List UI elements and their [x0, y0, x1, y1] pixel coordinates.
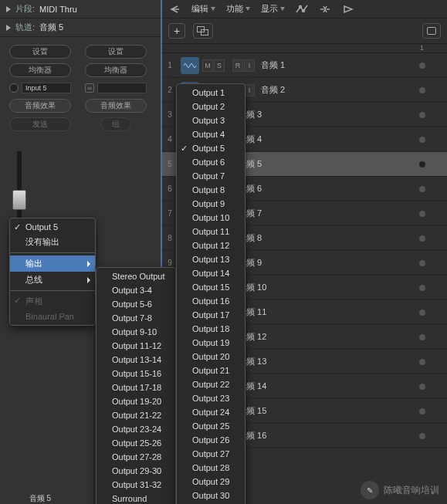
menu-item[interactable]: Output 7-8 — [97, 311, 175, 325]
track-name[interactable]: 音频 8 — [238, 232, 419, 244]
clip-header-row[interactable]: 片段: MIDI Thru — [0, 0, 161, 19]
back-arrow-icon[interactable] — [168, 4, 181, 15]
track-name[interactable]: 音频 1 — [261, 59, 419, 71]
menu-item[interactable]: Output 12 — [177, 238, 245, 252]
menu-item[interactable]: Output 5 — [177, 141, 245, 155]
track-color-dot[interactable] — [419, 63, 425, 69]
view-menu[interactable]: 显示 — [261, 3, 285, 15]
menu-item[interactable]: Output 21-22 — [97, 408, 175, 422]
input-monitor-button[interactable]: I — [244, 59, 255, 72]
track-name[interactable]: 音频 9 — [238, 257, 419, 269]
menu-item[interactable]: Output 23-24 — [97, 422, 175, 436]
menu-item[interactable]: Output 27 — [177, 447, 245, 461]
menu-item[interactable]: Output 28 — [177, 461, 245, 475]
fader-thumb[interactable] — [12, 190, 26, 210]
track-color-dot[interactable] — [419, 161, 425, 167]
track-name[interactable]: 音频 5 — [238, 158, 419, 170]
audiofx-slot[interactable]: 音频效果 — [9, 99, 71, 113]
timeline-ruler[interactable]: 1 — [162, 44, 447, 53]
send-slot[interactable]: 发送 — [9, 117, 71, 131]
eq-button[interactable]: 均衡器 — [85, 63, 147, 77]
track-color-dot[interactable] — [419, 408, 425, 414]
menu-item[interactable]: Surround — [97, 492, 175, 504]
functions-menu[interactable]: 功能 — [226, 3, 250, 15]
track-name[interactable]: 音频 2 — [261, 84, 419, 96]
track-color-dot[interactable] — [419, 186, 425, 192]
menu-item[interactable]: Output 31-32 — [97, 478, 175, 492]
track-color-dot[interactable] — [419, 87, 425, 93]
output-mono-submenu[interactable]: Output 1Output 2Output 3Output 4Output 5… — [176, 83, 246, 504]
track-name[interactable]: 音频 12 — [238, 331, 419, 343]
track-name[interactable]: 音频 4 — [238, 134, 419, 145]
track-name[interactable]: 音频 6 — [238, 183, 419, 194]
track-name[interactable]: 音频 16 — [238, 430, 419, 441]
track-color-dot[interactable] — [419, 359, 425, 365]
track-color-dot[interactable] — [419, 433, 425, 439]
menu-item[interactable]: Output 4 — [177, 127, 245, 141]
track-name[interactable]: 音频 7 — [238, 208, 419, 219]
menu-item-output-submenu[interactable]: 输出 — [10, 255, 95, 272]
input-monitor-button[interactable]: I — [244, 84, 255, 96]
track-color-dot[interactable] — [419, 112, 425, 118]
menu-item-no-output[interactable]: 没有输出 — [10, 234, 95, 250]
menu-item[interactable]: Output 27-28 — [97, 450, 175, 464]
output-context-menu[interactable]: Output 5 没有输出 输出 总线 声相 Binaural Pan — [9, 218, 96, 326]
menu-item[interactable]: Output 7 — [177, 169, 245, 183]
track-name[interactable]: 音频 15 — [238, 405, 419, 417]
automation-icon[interactable] — [296, 4, 308, 15]
menu-item[interactable]: Output 10 — [177, 211, 245, 225]
track-color-dot[interactable] — [419, 211, 425, 217]
menu-item[interactable]: Output 25-26 — [97, 436, 175, 450]
menu-item[interactable]: Output 19 — [177, 336, 245, 350]
menu-item[interactable]: Stereo Output — [97, 269, 175, 283]
menu-item[interactable]: Output 21 — [177, 364, 245, 377]
view-mode-button[interactable] — [422, 23, 441, 39]
menu-item[interactable]: Output 20 — [177, 350, 245, 364]
menu-item[interactable]: Output 1 — [177, 86, 245, 100]
catch-icon[interactable] — [342, 4, 354, 15]
menu-item[interactable]: Output 16 — [177, 294, 245, 308]
track-color-dot[interactable] — [419, 384, 425, 390]
menu-item[interactable]: Output 5-6 — [97, 297, 175, 311]
menu-item[interactable]: Output 3 — [177, 113, 245, 127]
menu-item[interactable]: Output 14 — [177, 266, 245, 280]
track-name[interactable]: 音频 13 — [238, 356, 419, 367]
menu-item[interactable]: Output 30 — [177, 489, 245, 502]
track-color-dot[interactable] — [419, 235, 425, 242]
menu-item[interactable]: Output 15 — [177, 280, 245, 294]
menu-item[interactable]: Output 17 — [177, 308, 245, 322]
menu-item[interactable]: Output 25 — [177, 419, 245, 433]
audiofx-slot[interactable]: 音频效果 — [85, 99, 147, 113]
flex-icon[interactable] — [319, 4, 331, 15]
track-color-dot[interactable] — [419, 334, 425, 340]
add-track-button[interactable]: + — [168, 23, 185, 39]
menu-item[interactable]: Output 8 — [177, 183, 245, 197]
track-row[interactable]: 1MSRI音频 1 — [162, 53, 447, 78]
track-type-icon[interactable] — [181, 57, 199, 74]
menu-item[interactable]: Output 19-20 — [97, 394, 175, 408]
menu-item[interactable]: Output 9 — [177, 197, 245, 211]
menu-item[interactable]: Output 24 — [177, 405, 245, 419]
track-color-dot[interactable] — [419, 310, 425, 316]
menu-item[interactable]: Output 18 — [177, 322, 245, 336]
track-name[interactable]: 音频 10 — [238, 282, 419, 293]
output-stereo-submenu[interactable]: Stereo OutputOutput 3-4Output 5-6Output … — [96, 267, 176, 504]
track-name[interactable]: 音频 3 — [238, 109, 419, 120]
menu-item[interactable]: Output 13 — [177, 252, 245, 266]
stereo-link-icon[interactable]: ∞ — [85, 83, 94, 93]
edit-menu[interactable]: 编辑 — [191, 3, 215, 15]
record-enable-button[interactable]: R — [232, 59, 243, 72]
menu-item[interactable]: Output 22 — [177, 377, 245, 391]
track-name[interactable]: 音频 11 — [238, 306, 419, 318]
menu-item[interactable]: Output 23 — [177, 391, 245, 405]
menu-item[interactable]: Output 29 — [177, 475, 245, 489]
input-mode-icon[interactable] — [9, 83, 19, 93]
menu-item[interactable]: Output 11-12 — [97, 339, 175, 353]
menu-item-current-output[interactable]: Output 5 — [10, 220, 95, 234]
menu-item[interactable]: Output 3-4 — [97, 283, 175, 297]
settings-button[interactable]: 设置 — [9, 45, 71, 59]
menu-item[interactable]: Output 29-30 — [97, 464, 175, 478]
track-color-dot[interactable] — [419, 285, 425, 291]
menu-item[interactable]: Output 6 — [177, 155, 245, 169]
input-slot[interactable] — [97, 83, 147, 93]
